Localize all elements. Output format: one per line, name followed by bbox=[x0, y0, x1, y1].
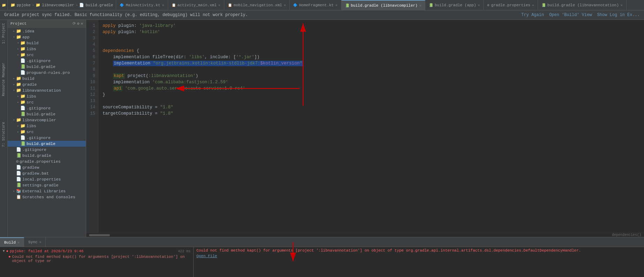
line-numbers: 123456789101112131415 bbox=[86, 20, 98, 233]
tree-item-libnavannotation[interactable]: ▾📁libnavannotation bbox=[8, 87, 86, 93]
tree-item-gitignore-app[interactable]: 📄.gitignore bbox=[8, 58, 86, 64]
tab-close-build-app[interactable]: ✕ bbox=[478, 3, 480, 7]
tree-item-build-app[interactable]: ▾📁build bbox=[8, 40, 86, 46]
tree-item-scratches[interactable]: 📋Scratches and Consoles bbox=[8, 194, 86, 200]
tab-close-main-activity[interactable]: ✕ bbox=[162, 3, 164, 7]
tree-item-buildgradle-lna[interactable]: 📗build.gradle bbox=[8, 111, 86, 117]
code-line-2[interactable]: apply plugin: 'kotlin' bbox=[103, 29, 640, 35]
tab-build-libnavannotation[interactable]: 📗build.gradle (libnavannotation)✕ bbox=[538, 0, 627, 10]
tab-close-build-libnavannotation[interactable]: ✕ bbox=[621, 3, 623, 7]
error-line[interactable]: ● Could not find method kapt() for argum… bbox=[1, 254, 192, 264]
tree-item-libs-app[interactable]: ▸📁libs bbox=[8, 46, 86, 52]
tab-gradle-properties[interactable]: ⚙gradle.properties✕ bbox=[484, 0, 538, 10]
line-num-3: 3 bbox=[89, 35, 95, 41]
line-num-10: 10 bbox=[89, 79, 95, 85]
code-line-15[interactable]: targetCompatibility = "1.8" bbox=[103, 110, 640, 117]
tab-home-fragment[interactable]: 🔷HomeFragment.kt✕ bbox=[290, 0, 341, 10]
line-num-5: 5 bbox=[89, 48, 95, 54]
code-line-11[interactable]: api 'com.google.auto.service:auto-servic… bbox=[103, 85, 640, 92]
tree-item-settings-gradle[interactable]: 📗settings.gradle bbox=[8, 182, 86, 188]
tree-item-src-lna[interactable]: ▸📁src bbox=[8, 99, 86, 105]
tree-item-src-app[interactable]: ▸📁src bbox=[8, 52, 86, 58]
code-line-10[interactable]: implementation 'com.alibaba:fastjson:1.2… bbox=[103, 79, 640, 85]
sidebar-resource-label[interactable]: Resource Manager bbox=[2, 61, 6, 98]
show-log-link[interactable]: Show Log in Ex... bbox=[597, 13, 640, 17]
build-time: 422 ms bbox=[178, 249, 190, 253]
tree-item-build-root[interactable]: ▸📁build bbox=[8, 76, 86, 82]
tab-build-app[interactable]: 📗build.gradle (app)✕ bbox=[425, 0, 484, 10]
code-line-8[interactable] bbox=[103, 67, 640, 73]
panel-header: Project ⟳ ⚙ ✕ bbox=[8, 20, 86, 28]
tree-item-buildgradle-app[interactable]: 📗build.gradle bbox=[8, 64, 86, 70]
error-full-text: Could not find method kapt() for argumen… bbox=[196, 248, 641, 253]
editor-area: 123456789101112131415 apply plugin: 'jav… bbox=[86, 20, 644, 237]
line-num-7: 7 bbox=[89, 60, 95, 67]
settings-icon[interactable]: ⚙ bbox=[77, 21, 80, 26]
code-line-6[interactable]: implementation fileTree(dir: 'libs', inc… bbox=[103, 54, 640, 60]
code-line-12[interactable]: } bbox=[103, 92, 640, 98]
tab-close-gradle-properties[interactable]: ✕ bbox=[532, 3, 534, 7]
tree-item-gitignore-lnc[interactable]: 📄.gitignore bbox=[8, 135, 86, 141]
bottom-tabs: Build ✕ Sync ✕ bbox=[0, 237, 644, 247]
code-line-5[interactable]: dependencies { bbox=[103, 48, 640, 54]
open-build-link[interactable]: Open 'Build' View bbox=[549, 13, 592, 17]
panel-title: Project bbox=[10, 22, 27, 26]
tree-item-idea[interactable]: ▸📁.idea bbox=[8, 28, 86, 34]
tab-close-mobile-nav[interactable]: ✕ bbox=[284, 3, 286, 7]
tree-item-libs-lna[interactable]: ▸📁libs bbox=[8, 93, 86, 99]
line-num-6: 6 bbox=[89, 54, 95, 60]
line-num-4: 4 bbox=[89, 41, 95, 48]
tab-close-build-libnavcompiler[interactable]: ✕ bbox=[419, 3, 421, 8]
try-again-link[interactable]: Try Again bbox=[521, 13, 544, 17]
error-icon-2: ● bbox=[8, 255, 11, 259]
tree-item-app[interactable]: ▾📁app bbox=[8, 34, 86, 40]
build-tab-close[interactable]: ✕ bbox=[17, 240, 20, 245]
tree-item-proguard[interactable]: 📄proguard-rules.pro bbox=[8, 70, 86, 76]
bottom-label: dependencies() bbox=[612, 233, 641, 237]
sync-icon[interactable]: ⟳ bbox=[73, 21, 76, 26]
tree-item-buildgradle-lnc[interactable]: 📗build.gradle bbox=[8, 141, 86, 147]
tree-item-gradle-props[interactable]: ⚙gradle.properties bbox=[8, 159, 86, 164]
tree-item-ext-libs[interactable]: ▸📚External Libraries bbox=[8, 188, 86, 194]
bottom-panel: Build ✕ Sync ✕ ▼ ● ppjoke: failed at 202… bbox=[0, 237, 644, 277]
code-line-4[interactable] bbox=[103, 41, 640, 48]
tree-item-libs-lnc[interactable]: ▸📁libs bbox=[8, 123, 86, 129]
tab-activity-main[interactable]: 📋activity_main.xml✕ bbox=[168, 0, 224, 10]
line-num-14: 14 bbox=[89, 104, 95, 110]
tab-mobile-nav[interactable]: 📋mobile_navigation.xml✕ bbox=[224, 0, 290, 10]
sidebar-structure-label[interactable]: 7: Structure bbox=[2, 121, 6, 148]
tree-item-local-props[interactable]: 📄local.properties bbox=[8, 176, 86, 182]
close-panel-icon[interactable]: ✕ bbox=[81, 21, 83, 26]
tab-close-home-fragment[interactable]: ✕ bbox=[335, 3, 337, 7]
tree-item-gradle[interactable]: ▸📁gradle bbox=[8, 82, 86, 87]
sync-tab[interactable]: Sync ✕ bbox=[24, 237, 46, 247]
tree-item-gitignore-root[interactable]: 📄.gitignore bbox=[8, 147, 86, 153]
code-line-1[interactable]: apply plugin: 'java-library' bbox=[103, 23, 640, 29]
code-line-3[interactable] bbox=[103, 35, 640, 41]
tree-item-libnavcompiler[interactable]: ▾📁libnavcompiler bbox=[8, 117, 86, 123]
tree-item-gitignore-lna[interactable]: 📄.gitignore bbox=[8, 105, 86, 111]
sidebar-project-label[interactable]: 1: Project bbox=[2, 22, 6, 45]
tree-item-src-lnc[interactable]: ▸📁src bbox=[8, 129, 86, 135]
bottom-scrollbar[interactable] bbox=[89, 234, 110, 236]
sync-tab-close[interactable]: ✕ bbox=[39, 240, 41, 244]
file-tree: ▸📁.idea▾📁app▾📁build▸📁libs▸📁src 📄.gitigno… bbox=[8, 28, 86, 237]
code-content[interactable]: 123456789101112131415 apply plugin: 'jav… bbox=[86, 20, 644, 233]
code-line-7[interactable]: implementation "org.jetbrains.kotlin:kot… bbox=[103, 60, 640, 67]
tab-close-activity-main[interactable]: ✕ bbox=[218, 3, 220, 7]
build-status-item[interactable]: ▼ ● ppjoke: failed at 2020/6/23 9:46 422… bbox=[1, 248, 192, 254]
tab-build-libnavcompiler[interactable]: 📗build.gradle (libnavcompiler)✕ bbox=[342, 0, 425, 10]
tree-item-buildgradle-root[interactable]: 📗build.gradle bbox=[8, 153, 86, 159]
code-editor[interactable]: apply plugin: 'java-library'apply plugin… bbox=[98, 20, 644, 233]
tree-item-gradlew-bat[interactable]: 📄gradlew.bat bbox=[8, 170, 86, 176]
code-line-9[interactable]: kapt project(:libnavannotation') bbox=[103, 73, 640, 79]
open-file-link[interactable]: Open File bbox=[196, 254, 217, 258]
code-line-13[interactable] bbox=[103, 98, 640, 104]
error-short-text: Could not find method kapt() for argumen… bbox=[12, 255, 190, 263]
line-num-13: 13 bbox=[89, 98, 95, 104]
code-line-14[interactable]: sourceCompatibility = "1.8" bbox=[103, 104, 640, 110]
bottom-content: ▼ ● ppjoke: failed at 2020/6/23 9:46 422… bbox=[0, 247, 644, 277]
build-tab[interactable]: Build ✕ bbox=[0, 237, 24, 247]
tree-item-gradlew[interactable]: 📄gradlew bbox=[8, 164, 86, 170]
tab-main-activity[interactable]: 🔷MainActivity.kt✕ bbox=[116, 0, 168, 10]
